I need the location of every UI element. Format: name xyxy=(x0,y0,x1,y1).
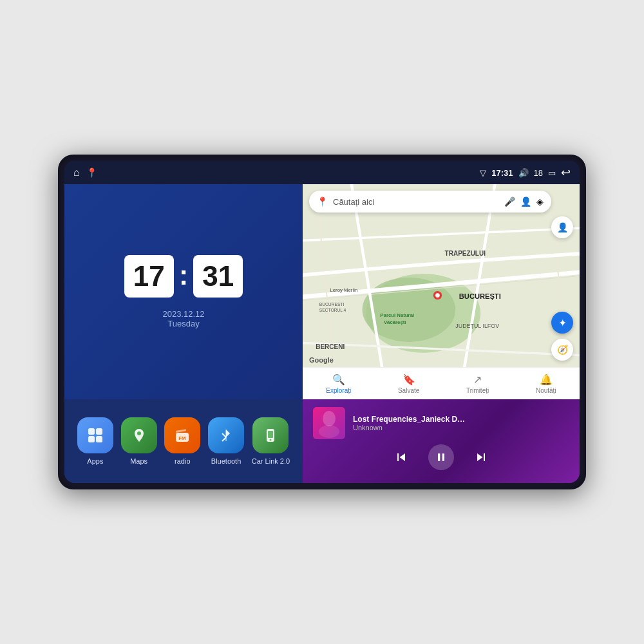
svg-point-32 xyxy=(435,293,440,298)
svg-text:BUCUREȘTI: BUCUREȘTI xyxy=(459,292,501,300)
layers-icon[interactable]: ◈ xyxy=(536,196,544,207)
map-nav-send[interactable]: ↗ Trimiteți xyxy=(466,374,489,394)
carlink-label: Car Link 2.0 xyxy=(252,457,290,465)
map-nav-news[interactable]: 🔔 Noutăți xyxy=(536,374,556,394)
apps-label: Apps xyxy=(87,457,103,465)
microphone-icon[interactable]: 🎤 xyxy=(504,196,515,207)
radio-icon: FM xyxy=(164,417,200,453)
map-account-button[interactable]: 👤 xyxy=(551,216,573,238)
radio-label: radio xyxy=(175,457,190,465)
back-icon[interactable]: ↩ xyxy=(561,166,571,180)
bluetooth-label: Bluetooth xyxy=(211,457,241,465)
send-label: Trimiteți xyxy=(466,387,489,394)
clock-minutes: 31 xyxy=(202,260,234,292)
clock-minutes-block: 31 xyxy=(193,255,243,298)
status-bar: ⌂ 📍 ▽ 17:31 🔊 18 ▭ ↩ xyxy=(64,161,580,184)
music-next-button[interactable] xyxy=(473,450,489,465)
svg-rect-3 xyxy=(96,436,102,442)
svg-rect-9 xyxy=(268,431,273,438)
svg-point-34 xyxy=(323,411,336,426)
music-thumbnail xyxy=(313,407,345,439)
clock-day: Tuesday xyxy=(162,319,204,328)
account-circle-icon: 👤 xyxy=(557,222,568,232)
svg-text:FM: FM xyxy=(179,435,187,441)
google-logo: Google xyxy=(309,356,334,364)
home-icon[interactable]: ⌂ xyxy=(73,167,80,178)
svg-text:BUCUREȘTI: BUCUREȘTI xyxy=(319,302,345,307)
music-widget: Lost Frequencies_Janieck Devy-... Unknow… xyxy=(303,399,580,483)
svg-text:SECTORUL 4: SECTORUL 4 xyxy=(319,308,346,312)
explore-icon: 🔍 xyxy=(332,374,345,386)
map-compass-button[interactable]: 🧭 xyxy=(551,339,573,361)
svg-rect-1 xyxy=(96,428,102,435)
clock-hours: 17 xyxy=(133,260,165,292)
maps-icon xyxy=(121,417,157,453)
clock-hours-block: 17 xyxy=(124,255,174,298)
svg-rect-0 xyxy=(88,428,95,435)
news-icon: 🔔 xyxy=(540,374,553,386)
svg-rect-7 xyxy=(176,429,186,433)
saved-icon: 🔖 xyxy=(402,374,415,386)
status-left-icons: ⌂ 📍 xyxy=(73,167,97,178)
svg-text:Parcul Natural: Parcul Natural xyxy=(380,312,414,318)
explore-label: Explorați xyxy=(326,387,351,394)
shortcut-radio[interactable]: FM radio xyxy=(164,417,200,465)
clock-widget: 17 : 31 2023.12.12 Tuesday xyxy=(64,184,303,399)
map-nav-saved[interactable]: 🔖 Salvate xyxy=(398,374,419,394)
volume-level: 18 xyxy=(534,168,543,178)
music-text: Lost Frequencies_Janieck Devy-... Unknow… xyxy=(353,415,569,431)
car-screen-device: ⌂ 📍 ▽ 17:31 🔊 18 ▭ ↩ 17 xyxy=(58,155,586,489)
clock-display: 17 : 31 xyxy=(124,255,243,298)
carlink-icon xyxy=(252,417,289,453)
signal-icon: ▽ xyxy=(480,168,486,178)
my-location-icon: ✦ xyxy=(558,317,567,329)
saved-label: Salvate xyxy=(398,387,419,394)
right-panel: TRAPEZULUI BUCUREȘTI JUDEȚUL ILFOV BERCE… xyxy=(303,184,580,483)
account-icon[interactable]: 👤 xyxy=(520,196,531,207)
maps-location-icon: 📍 xyxy=(317,196,328,207)
music-controls xyxy=(313,444,569,470)
send-icon: ↗ xyxy=(473,374,482,386)
svg-text:TRAPEZULUI: TRAPEZULUI xyxy=(445,250,486,257)
maps-label: Maps xyxy=(130,457,147,465)
shortcut-bluetooth[interactable]: Bluetooth xyxy=(208,417,244,465)
svg-point-35 xyxy=(319,425,339,438)
volume-icon: 🔊 xyxy=(518,168,529,178)
clock-colon: : xyxy=(179,259,189,291)
map-mylocation-button[interactable]: ✦ xyxy=(551,312,573,334)
svg-text:JUDEȚUL ILFOV: JUDEȚUL ILFOV xyxy=(455,323,499,329)
map-search-bar[interactable]: 📍 Căutați aici 🎤 👤 ◈ xyxy=(309,191,551,213)
svg-point-10 xyxy=(270,439,272,441)
apps-icon xyxy=(77,417,113,453)
music-prev-button[interactable] xyxy=(393,450,409,465)
bluetooth-icon xyxy=(208,417,244,453)
svg-text:BERCENI: BERCENI xyxy=(316,343,345,350)
clock-date: 2023.12.12 Tuesday xyxy=(162,309,204,328)
map-nav-explore[interactable]: 🔍 Explorați xyxy=(326,374,351,394)
shortcut-apps[interactable]: Apps xyxy=(77,417,113,465)
news-label: Noutăți xyxy=(536,387,556,394)
music-artist: Unknown xyxy=(353,424,569,431)
battery-icon: ▭ xyxy=(548,168,556,178)
maps-pin-icon[interactable]: 📍 xyxy=(86,167,97,178)
svg-text:Leroy Merlin: Leroy Merlin xyxy=(330,287,357,293)
device-screen: ⌂ 📍 ▽ 17:31 🔊 18 ▭ ↩ 17 xyxy=(64,161,580,483)
time-display: 17:31 xyxy=(491,168,513,178)
left-panel: 17 : 31 2023.12.12 Tuesday xyxy=(64,184,303,483)
status-right-info: ▽ 17:31 🔊 18 ▭ ↩ xyxy=(480,166,571,180)
svg-rect-2 xyxy=(88,436,95,442)
shortcut-carlink[interactable]: Car Link 2.0 xyxy=(252,417,290,465)
clock-date-value: 2023.12.12 xyxy=(162,309,204,319)
map-bottom-nav: 🔍 Explorați 🔖 Salvate ↗ Trimiteți 🔔 xyxy=(303,367,580,399)
music-play-button[interactable] xyxy=(428,444,454,470)
map-search-placeholder: Căutați aici xyxy=(333,197,499,207)
music-info-row: Lost Frequencies_Janieck Devy-... Unknow… xyxy=(313,407,569,439)
main-content: 17 : 31 2023.12.12 Tuesday xyxy=(64,184,580,483)
music-thumb-image xyxy=(313,407,345,439)
shortcuts-row: Apps Maps xyxy=(64,399,303,483)
compass-icon: 🧭 xyxy=(557,345,568,355)
svg-point-4 xyxy=(137,431,141,435)
shortcut-maps[interactable]: Maps xyxy=(121,417,157,465)
map-widget[interactable]: TRAPEZULUI BUCUREȘTI JUDEȚUL ILFOV BERCE… xyxy=(303,184,580,399)
svg-text:Văcărești: Văcărești xyxy=(384,319,406,325)
